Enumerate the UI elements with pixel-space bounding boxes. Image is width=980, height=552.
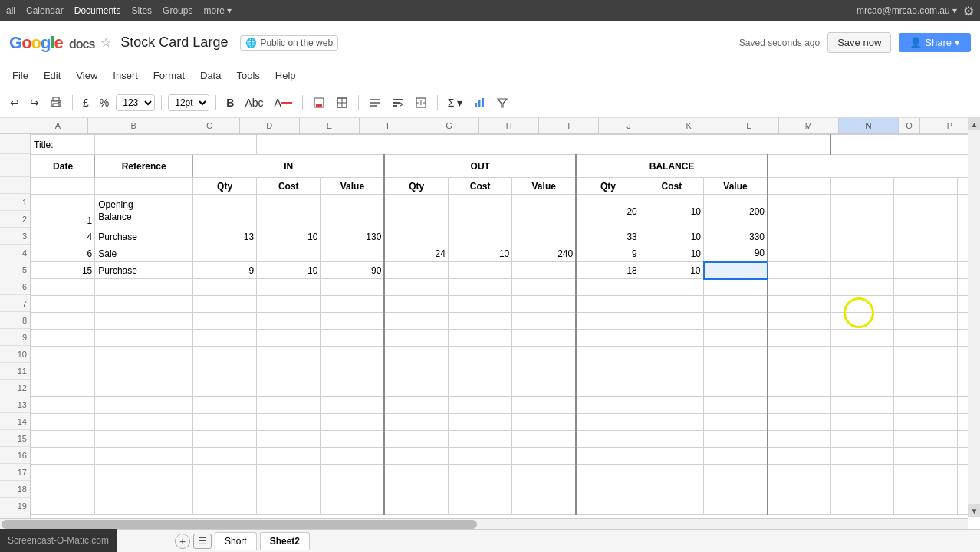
- nav-groups[interactable]: Groups: [163, 5, 192, 16]
- row-num-8[interactable]: 8: [0, 312, 30, 329]
- row-num-1[interactable]: 1: [0, 194, 30, 211]
- cell-in-val-ob[interactable]: [321, 195, 384, 228]
- e2c11[interactable]: [704, 296, 768, 313]
- cell-in-val-s1[interactable]: [321, 245, 384, 262]
- cell-date-ob[interactable]: 1: [31, 195, 95, 228]
- cell-bal-qty-p1[interactable]: 33: [576, 228, 640, 245]
- e2c1[interactable]: [31, 296, 95, 313]
- nav-more[interactable]: more ▾: [203, 5, 232, 16]
- cell-ref-ob[interactable]: OpeningBalance: [95, 195, 193, 228]
- e1c7[interactable]: [448, 279, 511, 296]
- col-header-I[interactable]: I: [539, 118, 599, 133]
- scroll-up-arrow[interactable]: ▲: [968, 118, 981, 130]
- cell-bal-cost-p1[interactable]: 10: [640, 228, 703, 245]
- row-num-10[interactable]: 10: [0, 346, 30, 363]
- cell-bal-val-p2-selected[interactable]: [704, 262, 768, 279]
- e1c6[interactable]: [384, 279, 448, 296]
- menu-data[interactable]: Data: [194, 67, 227, 84]
- row-num-15[interactable]: 15: [0, 430, 30, 447]
- scroll-down-arrow[interactable]: ▼: [968, 504, 981, 517]
- row-num-5[interactable]: 5: [0, 261, 30, 278]
- sheet-tab-short[interactable]: Short: [215, 532, 257, 550]
- col-header-G[interactable]: G: [419, 118, 479, 133]
- sum-button[interactable]: Σ ▾: [444, 94, 467, 111]
- cell-out-cost-s1[interactable]: 10: [448, 245, 511, 262]
- merge-button[interactable]: [411, 94, 431, 111]
- cell-in-val-p2[interactable]: 90: [321, 262, 384, 279]
- row-num-7[interactable]: 7: [0, 295, 30, 312]
- nav-calendar[interactable]: Calendar: [26, 5, 64, 16]
- row-num-14[interactable]: 14: [0, 413, 30, 430]
- e2c4[interactable]: [257, 296, 321, 313]
- cell-date-p2[interactable]: 15: [31, 262, 95, 279]
- cell-in-val-p1[interactable]: 130: [321, 228, 384, 245]
- cell-ref-s1[interactable]: Sale: [95, 245, 193, 262]
- user-email[interactable]: mrcao@mrcao.com.au ▾: [857, 5, 957, 16]
- share-button[interactable]: 👤 Share ▾: [899, 33, 971, 52]
- col-header-J[interactable]: J: [599, 118, 659, 133]
- cell-bal-cost-ob[interactable]: 10: [640, 195, 703, 228]
- e1c3[interactable]: [193, 279, 257, 296]
- cell-bal-val-p1[interactable]: 330: [704, 228, 768, 245]
- e1c9[interactable]: [576, 279, 640, 296]
- col-header-K[interactable]: K: [659, 118, 719, 133]
- cell-bal-qty-p2[interactable]: 18: [576, 262, 640, 279]
- e2c8[interactable]: [512, 296, 576, 313]
- e2c7[interactable]: [448, 296, 511, 313]
- col-header-C[interactable]: C: [179, 118, 239, 133]
- cell-date-p1[interactable]: 4: [31, 228, 95, 245]
- e2c9[interactable]: [576, 296, 640, 313]
- e2c3[interactable]: [193, 296, 257, 313]
- print-button[interactable]: [46, 94, 66, 111]
- cell-ref-p1[interactable]: Purchase: [95, 228, 193, 245]
- col-header-L[interactable]: L: [719, 118, 779, 133]
- cell-out-cost-p2[interactable]: [448, 262, 511, 279]
- wrap-text-button[interactable]: [388, 94, 408, 111]
- cell-in-qty-ob[interactable]: [193, 195, 257, 228]
- cell-out-qty-s1[interactable]: 24: [384, 245, 448, 262]
- cell-out-cost-ob[interactable]: [448, 195, 511, 228]
- menu-file[interactable]: File: [6, 67, 35, 84]
- e2c2[interactable]: [95, 296, 193, 313]
- font-size-select[interactable]: 12pt: [168, 94, 209, 111]
- cell-bal-qty-ob[interactable]: 20: [576, 195, 640, 228]
- col-header-M[interactable]: M: [779, 118, 839, 133]
- borders-button[interactable]: [332, 94, 352, 111]
- e1c8[interactable]: [512, 279, 576, 296]
- cell-in-cost-p2[interactable]: 10: [257, 262, 321, 279]
- col-header-N[interactable]: N: [839, 118, 899, 133]
- cell-out-qty-ob[interactable]: [384, 195, 448, 228]
- col-header-D[interactable]: D: [240, 118, 300, 133]
- hscroll-thumb[interactable]: [2, 520, 477, 529]
- e1c4[interactable]: [257, 279, 321, 296]
- cell-bal-val-ob[interactable]: 200: [704, 195, 768, 228]
- cell-bal-qty-s1[interactable]: 9: [576, 245, 640, 262]
- col-header-H[interactable]: H: [479, 118, 539, 133]
- title-value-cell[interactable]: [95, 135, 257, 155]
- row-num-18[interactable]: 18: [0, 481, 30, 498]
- save-now-button[interactable]: Save now: [827, 32, 891, 53]
- cell-in-qty-p2[interactable]: 9: [193, 262, 257, 279]
- cell-bal-val-s1[interactable]: 90: [704, 245, 768, 262]
- e1c11[interactable]: [704, 279, 768, 296]
- row-num-4[interactable]: 4: [0, 245, 30, 261]
- cell-out-qty-p1[interactable]: [384, 228, 448, 245]
- bold-button[interactable]: B: [222, 94, 238, 111]
- row-num-9[interactable]: 9: [0, 329, 30, 346]
- cell-ref-p2[interactable]: Purchase: [95, 262, 193, 279]
- doc-title[interactable]: Stock Card Large: [120, 34, 228, 51]
- e2c6[interactable]: [384, 296, 448, 313]
- nav-sites[interactable]: Sites: [131, 5, 152, 16]
- vertical-scrollbar[interactable]: ▲ ▼: [968, 118, 980, 517]
- e2c10[interactable]: [640, 296, 703, 313]
- e1c1[interactable]: [31, 279, 95, 296]
- row-num-2[interactable]: 2: [0, 211, 30, 228]
- currency-button[interactable]: £: [79, 94, 93, 111]
- col-header-B[interactable]: B: [88, 118, 179, 133]
- cell-in-qty-s1[interactable]: [193, 245, 257, 262]
- row-num-13[interactable]: 13: [0, 396, 30, 413]
- filter-button[interactable]: [492, 94, 512, 111]
- cell-out-qty-p2[interactable]: [384, 262, 448, 279]
- row-num-11[interactable]: 11: [0, 363, 30, 380]
- row-num-6[interactable]: 6: [0, 278, 30, 295]
